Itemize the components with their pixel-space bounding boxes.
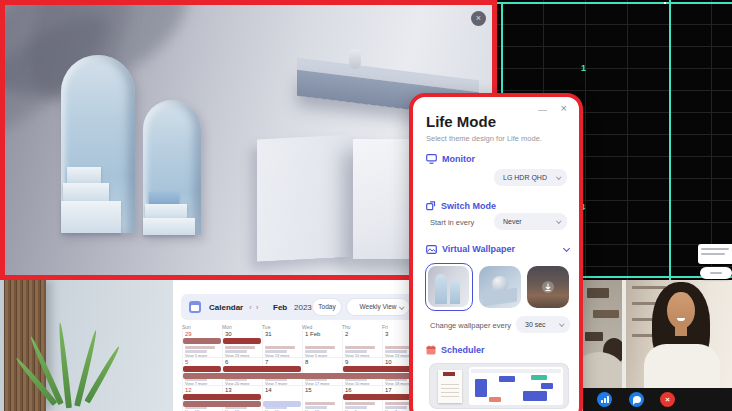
calendar-day-cell[interactable]: 31View 13 more [262, 330, 302, 358]
view-more-link[interactable]: View 10 more [345, 381, 369, 386]
close-icon[interactable]: × [471, 11, 486, 26]
view-more-link[interactable]: View 7 more [185, 381, 207, 386]
view-mode-value: Weekly View [360, 303, 397, 310]
chevron-down-icon [559, 321, 564, 326]
date-label: 7 [265, 359, 268, 365]
next-month-button[interactable]: › [256, 303, 263, 312]
prev-month-button[interactable]: ‹ [249, 303, 256, 312]
screen: 14 2 2023 ‹ › SunMonTueWedThuFriSat29303… [0, 0, 732, 411]
view-more-link[interactable]: View 5 more [185, 353, 207, 358]
event-bar[interactable] [183, 338, 221, 344]
view-more-link[interactable]: View 18 more [385, 381, 409, 386]
calendar-day-cell[interactable]: 5View 7 more [182, 358, 222, 386]
view-more-link[interactable]: View 5 more [305, 353, 327, 358]
calendar-month-label: Feb [273, 303, 287, 312]
end-call-button[interactable]: × [660, 392, 675, 407]
calendar-day-cell[interactable]: 9View 10 more [342, 358, 382, 386]
event-text-line [225, 346, 255, 349]
view-more-link[interactable]: View 13 more [385, 353, 409, 358]
date-label: 15 [305, 387, 312, 393]
date-label: 9 [345, 359, 348, 365]
view-mode-dropdown[interactable]: Weekly View [347, 299, 409, 315]
view-more-link[interactable]: View 7 more [265, 381, 287, 386]
grid-number-label: 1 [581, 63, 586, 73]
event-bar[interactable] [183, 401, 261, 407]
monitor-value: LG HDR QHD [503, 174, 547, 181]
calendar-day-cell[interactable]: 15View 13 more [302, 386, 342, 411]
wallpaper-thumb-dusk-scene[interactable] [527, 266, 569, 308]
switch-mode-section-header: Switch Mode [426, 201, 496, 211]
scheduler-section-header: Scheduler [426, 345, 485, 355]
wallpaper-thumb-arch-room[interactable] [425, 263, 473, 311]
date-label: 8 [305, 359, 308, 365]
event-text-line [345, 346, 375, 349]
event-bar[interactable] [183, 366, 221, 372]
monitor-section-header: Monitor [426, 154, 475, 164]
date-label: 29 [185, 331, 192, 337]
calendar-day-cell[interactable]: 1 FebView 5 more [302, 330, 342, 358]
event-bar[interactable] [183, 394, 261, 400]
close-icon[interactable]: × [561, 102, 567, 114]
switch-interval-dropdown[interactable]: Never [494, 213, 567, 230]
chevron-down-icon [399, 304, 404, 309]
scheduler-preview-image[interactable] [429, 363, 569, 409]
date-label: 12 [185, 387, 192, 393]
view-more-link[interactable]: View 23 more [225, 353, 249, 358]
change-wallpaper-label: Change wallpaper every [430, 321, 511, 330]
view-more-link[interactable]: View 17 more [305, 381, 329, 386]
minimize-icon[interactable]: — [538, 105, 547, 115]
calendar-day-cell[interactable]: 14View 10 more [262, 386, 302, 411]
calendar-app-icon [189, 301, 201, 313]
event-text-line [185, 346, 215, 349]
panel-title: Life Mode [426, 113, 496, 130]
view-more-link[interactable]: View 10 more [345, 353, 369, 358]
event-text-line [345, 402, 375, 405]
calendar-day-cell[interactable]: 2View 10 more [342, 330, 382, 358]
today-button[interactable]: Today [313, 299, 341, 315]
event-bar[interactable] [223, 366, 301, 372]
event-bar[interactable] [263, 401, 301, 407]
monitor-icon [426, 154, 437, 164]
chevron-down-icon [556, 218, 561, 223]
date-label: 13 [225, 387, 232, 393]
panel-subtitle: Select theme design for Life mode. [426, 134, 542, 143]
call-control-bar: × [583, 388, 732, 411]
vase [349, 49, 361, 69]
date-label: 5 [185, 359, 188, 365]
calendar-year-label: 2023 [294, 303, 312, 312]
video-tile-primary [626, 280, 732, 388]
leaning-panel [257, 134, 353, 261]
life-mode-panel: — × Life Mode Select theme design for Li… [409, 93, 583, 411]
video-tile-secondary [583, 280, 622, 388]
view-more-link[interactable]: View 13 more [265, 353, 289, 358]
calendar-nav-arrows[interactable]: ‹› [249, 303, 262, 312]
tooltip-confirm-button[interactable] [700, 267, 732, 279]
calendar-day-cell[interactable]: 8View 17 more [302, 358, 342, 386]
chat-bubble-icon [633, 396, 641, 403]
start-in-every-label: Start in every [430, 218, 474, 227]
signal-stats-button[interactable] [597, 392, 612, 407]
monitor-dropdown[interactable]: LG HDR QHD [494, 169, 567, 186]
virtual-wallpaper-section-header: Virtual Wallpaper [426, 244, 515, 254]
photo-scene [0, 280, 180, 411]
wallpaper-interval-dropdown[interactable]: 30 sec [516, 316, 570, 333]
view-more-link[interactable]: View 20 more [225, 381, 249, 386]
arch-niche-small [143, 100, 201, 235]
grid-tooltip [698, 244, 732, 264]
chevron-down-icon [556, 174, 561, 179]
participant-shoulder [583, 352, 622, 388]
date-label: 16 [345, 387, 352, 393]
calendar-day-cell[interactable]: 7View 7 more [262, 358, 302, 386]
wallpaper-thumb-pebble-room[interactable] [479, 266, 521, 308]
switch-mode-icon [426, 201, 436, 211]
date-label: 14 [265, 387, 272, 393]
chat-button[interactable] [629, 392, 644, 407]
event-bar[interactable] [223, 338, 261, 344]
download-icon [541, 280, 555, 294]
calendar-day-cell[interactable]: 6View 20 more [222, 358, 262, 386]
wallpaper-icon [426, 245, 437, 254]
date-label: 2 [345, 331, 348, 337]
calendar-day-cell[interactable]: 30View 23 more [222, 330, 262, 358]
section-collapse-chevron-icon[interactable] [563, 245, 570, 252]
calendar-day-cell[interactable]: 29View 5 more [182, 330, 222, 358]
